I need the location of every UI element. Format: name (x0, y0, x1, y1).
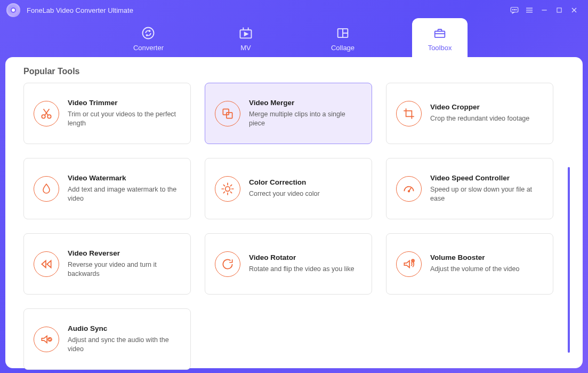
water-drop-icon (34, 176, 59, 202)
svg-point-33 (408, 191, 410, 192)
gauge-icon (396, 176, 422, 202)
svg-rect-18 (435, 31, 445, 38)
svg-point-20 (47, 115, 51, 118)
collage-icon (335, 26, 350, 41)
toolbox-icon (432, 26, 447, 41)
tool-card-reverser[interactable]: Video Reverser Reverse your video and tu… (23, 233, 191, 295)
tab-mv[interactable]: MV (218, 18, 273, 57)
tool-title: Video Rotator (249, 253, 354, 261)
svg-line-30 (223, 192, 224, 193)
tool-card-cropper[interactable]: Video Cropper Crop the redundant video f… (386, 83, 553, 144)
svg-rect-8 (557, 8, 561, 12)
tool-card-sync[interactable]: Audio Sync Adjust and sync the audio wit… (23, 308, 191, 370)
svg-point-23 (225, 186, 230, 191)
svg-point-1 (512, 10, 513, 10)
tool-title: Video Speed Controller (430, 174, 543, 182)
tool-card-volume[interactable]: Volume Booster Adjust the volume of the … (386, 233, 553, 295)
svg-line-31 (230, 185, 231, 186)
tool-card-speed[interactable]: Video Speed Controller Speed up or slow … (386, 158, 553, 219)
mv-icon (238, 26, 253, 41)
tool-desc: Correct your video color (249, 189, 320, 199)
tool-title: Volume Booster (430, 253, 519, 261)
tool-desc: Reverse your video and turn it backwards (68, 260, 181, 279)
tab-toolbox[interactable]: Toolbox (412, 18, 468, 57)
tool-desc: Crop the redundant video footage (430, 114, 529, 124)
svg-point-3 (515, 10, 516, 10)
tool-title: Video Cropper (430, 103, 529, 111)
svg-line-29 (230, 192, 231, 193)
tool-grid: Video Trimmer Trim or cut your videos to… (23, 83, 565, 360)
tool-card-color[interactable]: Color Correction Correct your video colo… (205, 158, 372, 219)
maximize-button[interactable] (552, 3, 567, 18)
svg-point-11 (143, 28, 154, 39)
svg-rect-21 (223, 109, 229, 115)
svg-point-19 (42, 115, 45, 118)
tab-collage[interactable]: Collage (315, 18, 370, 57)
svg-point-2 (514, 10, 514, 10)
feedback-icon[interactable] (507, 3, 522, 18)
tool-desc: Merge multiple clips into a single piece (249, 110, 362, 129)
tool-title: Audio Sync (68, 324, 181, 332)
rotate-icon (215, 251, 240, 277)
volume-up-icon (396, 251, 422, 277)
tool-title: Video Trimmer (68, 99, 181, 107)
rewind-icon (34, 251, 59, 277)
scissors-icon (34, 101, 59, 126)
tab-label: MV (240, 44, 251, 52)
svg-line-28 (223, 185, 224, 186)
tool-card-watermark[interactable]: Video Watermark Add text and image water… (23, 158, 191, 219)
menu-icon[interactable] (522, 3, 537, 18)
tool-desc: Trim or cut your videos to the perfect l… (68, 110, 181, 129)
tool-card-trimmer[interactable]: Video Trimmer Trim or cut your videos to… (23, 83, 191, 144)
brightness-icon (215, 176, 240, 202)
tool-title: Video Merger (249, 99, 362, 107)
merge-icon (215, 101, 240, 126)
tool-desc: Rotate and flip the video as you like (249, 265, 354, 274)
tab-converter[interactable]: Converter (120, 18, 176, 57)
scrollbar-thumb[interactable] (568, 167, 570, 353)
title-bar: FoneLab Video Converter Ultimate (0, 0, 588, 20)
tool-title: Video Reverser (68, 249, 181, 257)
tab-label: Converter (133, 44, 164, 52)
crop-icon (396, 101, 422, 126)
tool-desc: Add text and image watermark to the vide… (68, 185, 181, 204)
tool-title: Color Correction (249, 178, 320, 186)
tool-title: Video Watermark (68, 174, 181, 182)
tab-label: Toolbox (428, 44, 452, 52)
main-panel: Popular Tools Video Trimmer Trim or cut … (5, 57, 583, 368)
section-title: Popular Tools (23, 67, 565, 76)
audio-sync-icon (34, 327, 59, 352)
tool-desc: Adjust the volume of the video (430, 265, 519, 274)
app-logo-icon (6, 3, 20, 17)
tab-label: Collage (331, 44, 355, 52)
tool-card-rotator[interactable]: Video Rotator Rotate and flip the video … (205, 233, 372, 295)
tool-desc: Adjust and sync the audio with the video (68, 336, 181, 354)
tool-desc: Speed up or slow down your file at ease (430, 185, 543, 204)
converter-icon (141, 26, 156, 41)
app-title: FoneLab Video Converter Ultimate (27, 6, 133, 14)
close-button[interactable] (567, 3, 582, 18)
nav-tabs: Converter MV Collage Toolbox (0, 20, 588, 57)
tool-card-merger[interactable]: Video Merger Merge multiple clips into a… (205, 83, 372, 144)
svg-rect-22 (227, 112, 232, 118)
minimize-button[interactable] (537, 3, 552, 18)
